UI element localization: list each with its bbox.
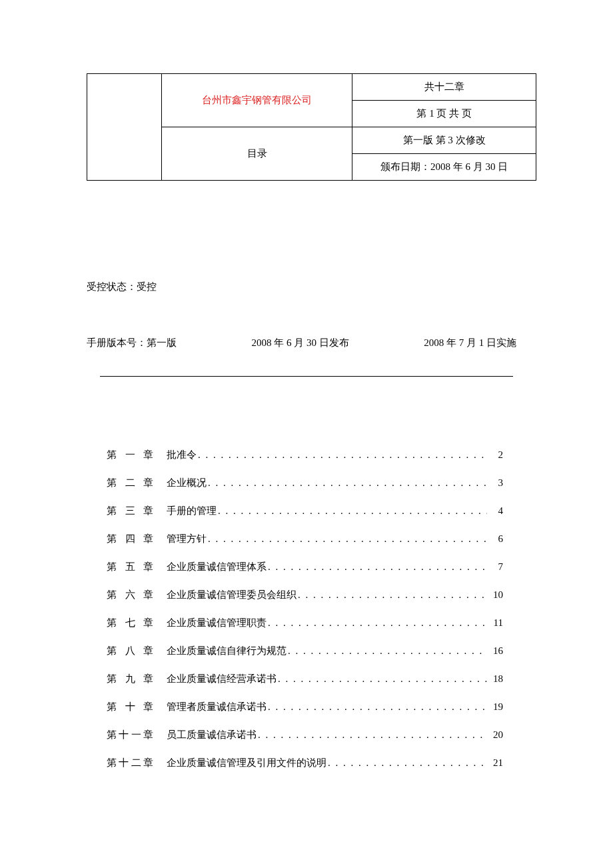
toc-chapter: 第四章 [107, 531, 153, 547]
toc-dots: . . . . . . . . . . . . . . . . . . . . … [277, 671, 487, 687]
toc-row: 第二章企业概况. . . . . . . . . . . . . . . . .… [107, 475, 503, 491]
toc-title: 企业质量诚信经营承诺书 [167, 671, 277, 687]
document-page: 台州市鑫宇钢管有限公司 共十二章 第 1 页 共 页 目录 第一版 第 3 次修… [0, 0, 613, 823]
toc-row: 第六章企业质量诚信管理委员会组织. . . . . . . . . . . . … [107, 587, 503, 603]
toc-title: 批准令 [167, 447, 197, 463]
toc-page: 6 [487, 531, 503, 547]
toc-page: 4 [487, 503, 503, 519]
toc-title: 企业质量诚信管理体系 [167, 559, 267, 575]
company-name: 台州市鑫宇钢管有限公司 [162, 74, 352, 127]
toc-dots: . . . . . . . . . . . . . . . . . . . . … [207, 475, 487, 491]
toc-dots: . . . . . . . . . . . . . . . . . . . . … [197, 447, 487, 463]
toc-dots: . . . . . . . . . . . . . . . . . . . . … [267, 699, 487, 715]
table-of-contents: 第一章批准令. . . . . . . . . . . . . . . . . … [87, 447, 536, 771]
toc-page: 7 [487, 559, 503, 575]
toc-dots: . . . . . . . . . . . . . . . . . . . . … [297, 587, 487, 603]
toc-row: 第十一章员工质量诚信承诺书. . . . . . . . . . . . . .… [107, 727, 503, 743]
toc-title: 企业质量诚信管理职责 [167, 615, 267, 631]
toc-chapter: 第七章 [107, 615, 153, 631]
toc-chapter: 第五章 [107, 559, 153, 575]
toc-dots: . . . . . . . . . . . . . . . . . . . . … [326, 755, 487, 771]
toc-chapter: 第十一章 [107, 727, 153, 743]
toc-dots: . . . . . . . . . . . . . . . . . . . . … [267, 615, 487, 631]
toc-row: 第五章企业质量诚信管理体系. . . . . . . . . . . . . .… [107, 559, 503, 575]
toc-row: 第十二章企业质量诚信管理及引用文件的说明. . . . . . . . . . … [107, 755, 503, 771]
chapters-total: 共十二章 [352, 74, 536, 101]
toc-title: 管理者质量诚信承诺书 [167, 699, 267, 715]
toc-title: 企业质量诚信管理委员会组织 [167, 587, 297, 603]
version-line: 手册版本号：第一版 2008 年 6 月 30 日发布 2008 年 7 月 1… [87, 337, 536, 349]
release-date: 2008 年 6 月 30 日发布 [252, 337, 349, 349]
toc-page: 16 [487, 643, 503, 659]
toc-chapter: 第三章 [107, 503, 153, 519]
toc-row: 第九章企业质量诚信经营承诺书. . . . . . . . . . . . . … [107, 671, 503, 687]
toc-chapter: 第十二章 [107, 755, 153, 771]
toc-title: 企业质量诚信自律行为规范 [167, 643, 287, 659]
toc-chapter: 第二章 [107, 475, 153, 491]
toc-dots: . . . . . . . . . . . . . . . . . . . . … [287, 643, 487, 659]
toc-row: 第四章管理方针. . . . . . . . . . . . . . . . .… [107, 531, 503, 547]
toc-title: 员工质量诚信承诺书 [167, 727, 257, 743]
header-table: 台州市鑫宇钢管有限公司 共十二章 第 1 页 共 页 目录 第一版 第 3 次修… [87, 73, 536, 181]
toc-chapter: 第八章 [107, 643, 153, 659]
toc-row: 第十章管理者质量诚信承诺书. . . . . . . . . . . . . .… [107, 699, 503, 715]
toc-row: 第一章批准令. . . . . . . . . . . . . . . . . … [107, 447, 503, 463]
toc-page: 21 [487, 755, 503, 771]
toc-page: 20 [487, 727, 503, 743]
toc-chapter: 第一章 [107, 447, 153, 463]
toc-chapter: 第十章 [107, 699, 153, 715]
manual-version: 手册版本号：第一版 [87, 337, 177, 349]
effective-date: 2008 年 7 月 1 日实施 [424, 337, 516, 349]
toc-page: 10 [487, 587, 503, 603]
page-info: 第 1 页 共 页 [352, 101, 536, 127]
toc-chapter: 第六章 [107, 587, 153, 603]
toc-page: 11 [487, 615, 503, 631]
divider [100, 376, 513, 377]
issue-date: 颁布日期：2008 年 6 月 30 日 [352, 154, 536, 181]
toc-row: 第三章手册的管理. . . . . . . . . . . . . . . . … [107, 503, 503, 519]
toc-row: 第八章企业质量诚信自律行为规范. . . . . . . . . . . . .… [107, 643, 503, 659]
toc-page: 18 [487, 671, 503, 687]
toc-dots: . . . . . . . . . . . . . . . . . . . . … [207, 531, 487, 547]
control-status: 受控状态：受控 [87, 281, 536, 293]
toc-row: 第七章企业质量诚信管理职责. . . . . . . . . . . . . .… [107, 615, 503, 631]
toc-chapter: 第九章 [107, 671, 153, 687]
header-logo-cell [87, 74, 162, 181]
toc-page: 2 [487, 447, 503, 463]
toc-page: 19 [487, 699, 503, 715]
toc-title: 管理方针 [167, 531, 207, 547]
toc-title: 企业概况 [167, 475, 207, 491]
toc-label: 目录 [162, 127, 352, 181]
version-revision: 第一版 第 3 次修改 [352, 127, 536, 154]
toc-dots: . . . . . . . . . . . . . . . . . . . . … [217, 503, 487, 519]
toc-dots: . . . . . . . . . . . . . . . . . . . . … [267, 559, 487, 575]
toc-page: 3 [487, 475, 503, 491]
toc-title: 企业质量诚信管理及引用文件的说明 [167, 755, 326, 771]
toc-dots: . . . . . . . . . . . . . . . . . . . . … [257, 727, 487, 743]
toc-title: 手册的管理 [167, 503, 217, 519]
